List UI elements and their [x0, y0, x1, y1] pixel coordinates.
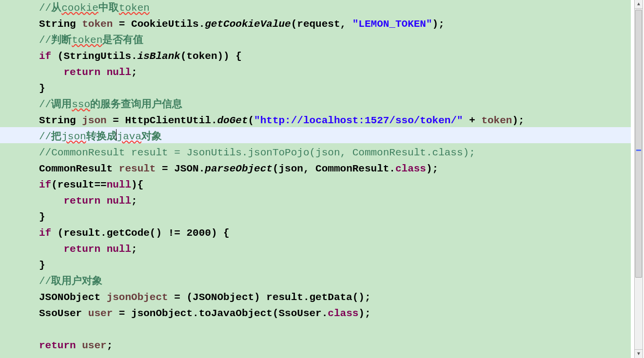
code-content[interactable]: //从cookie中取token String token = CookieUt… [0, 0, 631, 354]
scrollbar-up-arrow-icon[interactable]: ▲ [635, 0, 643, 9]
code-editor[interactable]: //从cookie中取token String token = CookieUt… [0, 0, 631, 358]
text-caret [116, 129, 117, 141]
right-gutter-area: ▲ ▼ [631, 0, 644, 358]
scrollbar-marker [636, 150, 641, 151]
scrollbar-thumb[interactable] [635, 10, 642, 278]
scrollbar-down-arrow-icon[interactable]: ▼ [635, 349, 643, 358]
editor-window: //从cookie中取token String token = CookieUt… [0, 0, 644, 358]
right-white-gap [631, 0, 634, 358]
vertical-scrollbar[interactable]: ▲ ▼ [634, 0, 643, 358]
